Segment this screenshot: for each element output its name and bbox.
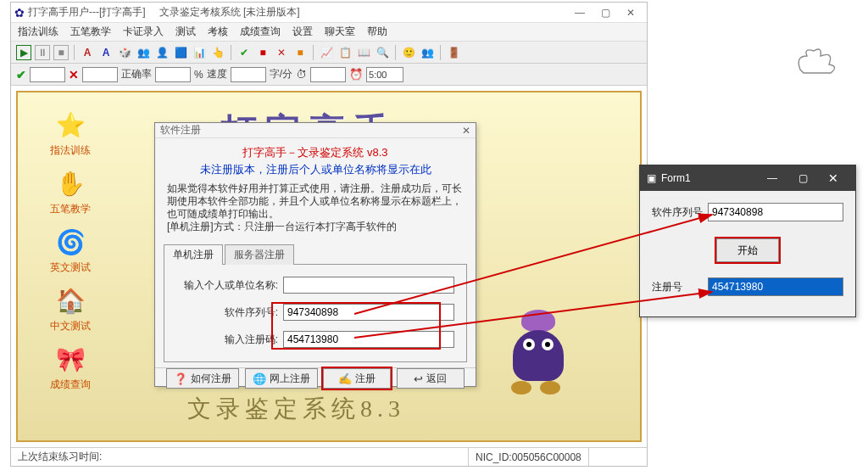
form-area: 输入个人或单位名称: 软件序列号: 输入注册码: (164, 265, 467, 362)
tab-local[interactable]: 单机注册 (164, 244, 223, 265)
squirrel-icon (792, 44, 843, 78)
write-icon: ✍ (338, 372, 352, 385)
minimize-button[interactable]: — (567, 4, 593, 21)
form1-code-label: 注册号 (652, 280, 703, 294)
menu-wubi[interactable]: 五笔教学 (70, 25, 111, 39)
tabstrip: 单机注册 服务器注册 (164, 244, 467, 265)
close-button[interactable]: ✕ (618, 4, 643, 21)
question-icon: ❓ (174, 372, 187, 385)
flag-icon[interactable]: ■ (255, 45, 270, 60)
rate-value (155, 67, 191, 82)
code-label: 输入注册码: (176, 333, 278, 347)
menu-help[interactable]: 帮助 (367, 25, 387, 39)
form1-max-button[interactable]: ▢ (787, 172, 818, 184)
form1-window: ▣ Form1 — ▢ ✕ 软件序列号 开始 注册号 (639, 165, 856, 317)
pct-label: % (194, 69, 203, 81)
menu-test[interactable]: 测试 (175, 25, 196, 39)
graph-icon[interactable]: 📈 (319, 45, 334, 60)
brand-subtitle: 文录鉴定系统8.3 (187, 393, 405, 425)
cursor-icon[interactable]: 👆 (210, 45, 225, 60)
sidebar-item-label: 中文测试 (50, 319, 91, 333)
wrong-value (82, 67, 118, 82)
serial-input[interactable] (283, 304, 454, 321)
code-input[interactable] (283, 331, 454, 348)
serial-label: 软件序列号: (176, 305, 278, 320)
correct-icon: ✔ (16, 68, 26, 81)
tab-server[interactable]: 服务器注册 (225, 244, 294, 265)
menu-settings[interactable]: 设置 (292, 25, 313, 39)
stop-icon[interactable]: ■ (53, 45, 69, 60)
toolbar-stats: ✔ ✕ 正确率 % 速度 字/分 ⏱ ⏰ 5:00 (11, 64, 647, 86)
people2-icon[interactable]: 👤 (154, 45, 170, 60)
sidebar-item-fingering[interactable]: ⭐ 指法训练 (50, 108, 91, 158)
dialog-subheading: 未注册版本，注册后个人或单位名称将显示在此 (164, 162, 467, 177)
status-nic: NIC_ID:005056C00008 (469, 448, 589, 466)
timer-value: 5:00 (366, 67, 403, 82)
cross-icon[interactable]: ✕ (274, 45, 289, 60)
dialog-titlebar: 软件注册 ✕ (155, 123, 476, 138)
check-icon[interactable]: ✔ (236, 45, 252, 60)
menu-chat[interactable]: 聊天室 (325, 25, 355, 39)
users-icon[interactable]: 👥 (420, 45, 435, 60)
titlebar: ✿ 打字高手用户---[打字高手] 文录鉴定考核系统 [未注册版本] — ▢ ✕ (11, 3, 647, 23)
dialog-heading: 打字高手－文录鉴定系统 v8.3 (164, 145, 467, 160)
unit-label: 字/分 (270, 67, 292, 81)
table-icon[interactable]: 📋 (337, 45, 353, 60)
sidebar-item-label: 指法训练 (50, 143, 91, 158)
name-input[interactable] (283, 277, 454, 294)
menu-score[interactable]: 成绩查询 (240, 25, 281, 39)
toolbar-icons: ▶ ⏸ ■ A A 🎲 👥 👤 🟦 📊 👆 ✔ ■ ✕ ■ 📈 📋 📖 🔍 🙂 … (11, 42, 647, 64)
form1-start-button[interactable]: 开始 (716, 238, 779, 262)
form1-close-button[interactable]: ✕ (818, 171, 849, 185)
online-register-button[interactable]: 🌐网上注册 (245, 368, 318, 389)
wrong-icon: ✕ (69, 68, 79, 81)
return-button[interactable]: ↩返回 (397, 368, 465, 389)
alarm-icon: ⏰ (349, 68, 363, 81)
rubik-icon[interactable]: 🎲 (117, 45, 132, 60)
form1-code-input[interactable] (708, 277, 843, 296)
swirl-icon: 🌀 (52, 225, 89, 259)
square-icon[interactable]: ■ (292, 45, 308, 60)
pause-icon[interactable]: ⏸ (35, 45, 50, 60)
dialog-buttons: ❓如何注册 🌐网上注册 ✍注册 ↩返回 (155, 367, 476, 389)
form1-min-button[interactable]: — (757, 172, 787, 184)
name-label: 输入个人或单位名称: (176, 278, 278, 293)
star-icon: ⭐ (52, 108, 89, 142)
sidebar-item-chinese[interactable]: 🏠 中文测试 (50, 283, 91, 333)
font-blue-icon[interactable]: A (98, 45, 114, 60)
search-icon[interactable]: 🔍 (375, 45, 390, 60)
form1-app-icon: ▣ (647, 172, 656, 184)
form1-serial-label: 软件序列号 (652, 205, 703, 220)
status-left: 上次结束练习时间: (11, 448, 469, 466)
menubar: 指法训练 五笔教学 卡证录入 测试 考核 成绩查询 设置 聊天室 帮助 (11, 23, 647, 42)
font-icon[interactable]: A (80, 45, 95, 60)
chart-icon[interactable]: 📊 (192, 45, 207, 60)
user-icon[interactable]: 🙂 (401, 45, 416, 60)
how-register-button[interactable]: ❓如何注册 (166, 368, 239, 389)
people-icon[interactable]: 👥 (136, 45, 151, 60)
speed-value (231, 67, 266, 82)
maximize-button[interactable]: ▢ (593, 4, 618, 21)
house-icon: 🏠 (52, 283, 89, 317)
book-icon[interactable]: 📖 (356, 45, 371, 60)
sidebar-item-score[interactable]: 🎀 成绩查询 (50, 342, 91, 392)
sidebar-item-label: 成绩查询 (50, 378, 91, 392)
form1-serial-input[interactable] (708, 203, 843, 221)
register-button[interactable]: ✍注册 (323, 368, 391, 389)
statusbar: 上次结束练习时间: NIC_ID:005056C00008 (11, 447, 647, 466)
sidebar: ⭐ 指法训练 ✋ 五笔教学 🌀 英文测试 🏠 中文测试 🎀 成绩查询 (36, 108, 104, 392)
correct-value (30, 67, 65, 82)
exit-icon[interactable]: 🚪 (446, 45, 461, 60)
elapsed (310, 67, 346, 82)
dialog-close-button[interactable]: ✕ (462, 125, 470, 137)
dialog-title: 软件注册 (160, 123, 201, 137)
sidebar-item-english[interactable]: 🌀 英文测试 (50, 225, 91, 275)
speed-label: 速度 (207, 67, 227, 81)
menu-fingering[interactable]: 指法训练 (18, 25, 58, 39)
play-icon[interactable]: ▶ (16, 45, 31, 60)
dialog-paragraph: 如果觉得本软件好用并打算正式使用，请注册。注册成功后，可长期使用本软件全部功能，… (164, 182, 467, 233)
menu-exam[interactable]: 考核 (208, 25, 228, 39)
menu-card[interactable]: 卡证录入 (123, 25, 164, 39)
block-icon[interactable]: 🟦 (173, 45, 188, 60)
sidebar-item-wubi[interactable]: ✋ 五笔教学 (50, 166, 91, 216)
